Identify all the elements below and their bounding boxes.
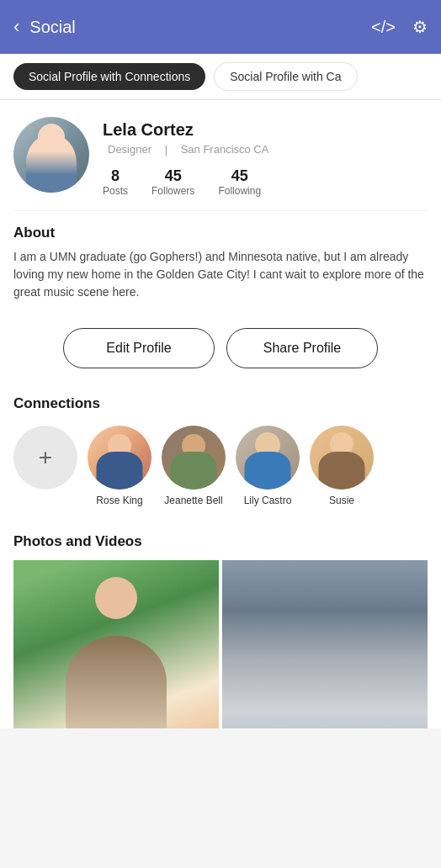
photo-item-2[interactable] [222,560,428,728]
connection-rose-king[interactable]: Rose King [88,426,151,506]
code-icon[interactable]: </> [371,18,396,37]
about-title: About [13,225,428,241]
avatar-rose-image [88,426,151,490]
about-section: About I am a UMN graduate (go Gophers!) … [13,210,428,315]
stat-posts: 8 Posts [103,167,128,197]
tab-social-profile-connections[interactable]: Social Profile with Connections [13,63,205,90]
photo-item-1[interactable] [13,560,219,728]
header-right: </> ⚙ [371,17,428,37]
photo-image-1 [13,560,219,728]
share-profile-button[interactable]: Share Profile [226,328,378,368]
stat-followers: 45 Followers [151,167,194,197]
add-connection-item: + [13,426,77,490]
avatar-lily-image [236,426,300,490]
buttons-row: Edit Profile Share Profile [13,315,428,382]
connection-lily-castro[interactable]: Lily Castro [236,426,300,506]
connection-avatar-jeanette [162,426,226,490]
edit-profile-button[interactable]: Edit Profile [63,328,215,368]
photos-title: Photos and Videos [13,533,428,550]
avatar [13,117,89,193]
header: ‹ Social </> ⚙ [0,0,441,54]
avatar-susie-image [310,426,374,490]
connection-avatar-susie [310,426,374,490]
connection-name-jeanette: Jeanette Bell [162,495,226,506]
photos-grid [13,560,428,728]
connection-susie[interactable]: Susie [310,426,374,506]
connections-section: Connections + Rose King Jeanette B [13,382,428,520]
connection-name-lily: Lily Castro [236,495,300,506]
connection-avatar-lily [236,426,300,490]
stats-row: 8 Posts 45 Followers 45 Following [103,167,428,197]
connection-name-rose: Rose King [88,495,151,506]
add-connection-button[interactable]: + [13,426,77,490]
connection-jeanette-bell[interactable]: Jeanette Bell [162,426,226,506]
connection-avatar-rose [88,426,151,490]
profile-meta: Designer | San Francisco CA [103,143,428,156]
header-left: ‹ Social [13,16,76,38]
profile-info: Lela Cortez Designer | San Francisco CA … [103,117,428,197]
stat-following: 45 Following [218,167,261,197]
tab-social-profile-card[interactable]: Social Profile with Ca [214,62,357,91]
plus-icon: + [39,446,52,469]
back-icon[interactable]: ‹ [13,16,19,38]
connections-list: + Rose King Jeanette Bell [13,426,428,520]
header-title: Social [29,18,75,37]
settings-icon[interactable]: ⚙ [412,17,428,37]
tabs-bar: Social Profile with Connections Social P… [0,54,441,100]
photos-section: Photos and Videos [0,520,441,728]
about-text: I am a UMN graduate (go Gophers!) and Mi… [13,248,428,301]
main-content: Lela Cortez Designer | San Francisco CA … [0,100,441,520]
profile-name: Lela Cortez [103,120,428,140]
avatar-jeanette-image [162,426,226,490]
photo-image-2 [222,560,428,728]
connection-name-susie: Susie [310,495,374,506]
avatar-image [13,117,89,193]
connections-title: Connections [13,395,428,412]
profile-section: Lela Cortez Designer | San Francisco CA … [13,117,428,197]
